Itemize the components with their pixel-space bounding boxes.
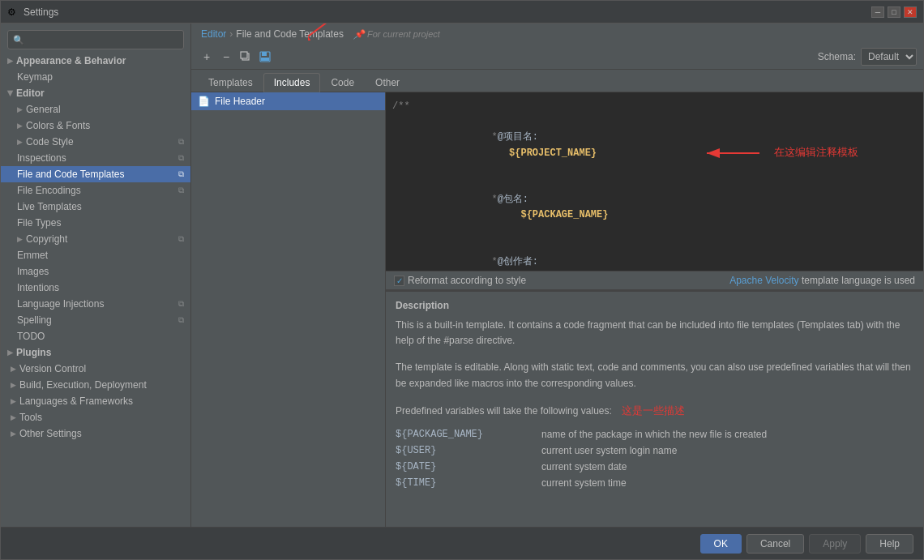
sidebar-item-general[interactable]: ▶ General <box>1 101 190 118</box>
template-lang-text: template language is used <box>802 275 915 286</box>
copy-icon-code-style: ⧉ <box>178 137 184 147</box>
sidebar-label-copyright: Copyright <box>26 233 67 245</box>
description-para3: Predefined variables will take the follo… <box>396 403 913 420</box>
description-title: Description <box>396 300 913 311</box>
sidebar-item-colors-fonts[interactable]: ▶ Colors & Fonts <box>1 118 190 134</box>
sidebar-item-other-settings[interactable]: ▶ Other Settings <box>1 425 190 442</box>
sidebar-item-inspections[interactable]: Inspections ⧉ <box>1 150 190 166</box>
window-title: Settings <box>24 6 871 18</box>
maximize-button[interactable]: □ <box>888 6 900 18</box>
vc-arrow: ▶ <box>11 365 16 373</box>
sidebar-item-code-style[interactable]: ▶ Code Style ⧉ <box>1 134 190 150</box>
tab-includes[interactable]: Includes <box>263 73 321 92</box>
sidebar-item-build[interactable]: ▶ Build, Execution, Deployment <box>1 377 190 393</box>
svg-rect-1 <box>241 52 247 58</box>
search-box[interactable]: 🔍 <box>7 30 184 49</box>
sidebar-item-file-templates[interactable]: File and Code Templates ⧉ <box>1 166 190 182</box>
split-pane: 📄 File Header /** *@项目名: ${PROJEC <box>191 92 923 527</box>
svg-rect-3 <box>262 52 267 56</box>
sidebar-item-plugins[interactable]: ▶ Plugins <box>1 344 190 361</box>
breadcrumb: Editor › File and Code Templates 📌 For c… <box>191 24 923 45</box>
breadcrumb-parent[interactable]: Editor <box>201 28 226 40</box>
sidebar-item-languages[interactable]: ▶ Languages & Frameworks <box>1 393 190 409</box>
sidebar-label-vc: Version Control <box>19 363 86 374</box>
sidebar-label-languages: Languages & Frameworks <box>19 395 133 407</box>
code-editor[interactable]: /** *@项目名: ${PROJECT_NAME} *@包名: ${PACKA… <box>386 92 923 271</box>
help-button[interactable]: Help <box>866 534 913 554</box>
velocity-info: Apache Velocity template language is use… <box>729 275 915 286</box>
sidebar-item-emmet[interactable]: Emmet <box>1 247 190 263</box>
reformat-checkbox[interactable] <box>394 276 404 286</box>
var-desc-3: current system time <box>541 475 913 491</box>
breadcrumb-separator: › <box>229 28 233 40</box>
sidebar-label-live-templates: Live Templates <box>17 201 82 212</box>
chinese-annotation-text: 在这编辑注释模板 <box>774 145 858 162</box>
var-name-2: ${DATE} <box>396 459 541 475</box>
sidebar-label-other: Other Settings <box>19 428 82 439</box>
sidebar-item-version-control[interactable]: ▶ Version Control <box>1 361 190 377</box>
sidebar-item-tools[interactable]: ▶ Tools <box>1 409 190 425</box>
add-button[interactable]: + <box>198 48 216 66</box>
sidebar-label-code-style: Code Style <box>26 136 74 147</box>
sidebar-item-keymap[interactable]: Keymap <box>1 69 190 85</box>
code-line-1: /** <box>392 99 917 114</box>
copy-template-button[interactable] <box>237 48 255 66</box>
sidebar-label-inspections: Inspections <box>17 152 66 164</box>
tab-other[interactable]: Other <box>365 73 410 92</box>
file-icon: 📄 <box>198 96 210 107</box>
plugins-arrow: ▶ <box>7 348 13 357</box>
reformat-checkbox-wrap[interactable]: Reformat according to style <box>394 275 526 286</box>
tab-code[interactable]: Code <box>320 73 365 92</box>
sidebar-label-spelling: Spelling <box>17 314 52 326</box>
sidebar-label-appearance: Appearance & Behavior <box>16 55 126 66</box>
apply-button[interactable]: Apply <box>809 534 861 554</box>
collapse-icon: ▶ <box>7 57 13 65</box>
sidebar-item-copyright[interactable]: ▶ Copyright ⧉ <box>1 231 190 247</box>
var-name-1: ${USER} <box>396 442 541 459</box>
sidebar-item-todo[interactable]: TODO <box>1 328 190 344</box>
sidebar-item-live-templates[interactable]: Live Templates <box>1 199 190 215</box>
table-row: ${DATE} current system date <box>396 459 913 475</box>
sidebar-item-file-types[interactable]: File Types <box>1 215 190 231</box>
template-item-file-header[interactable]: 📄 File Header <box>191 92 385 110</box>
var-desc-1: current user system login name <box>541 442 913 459</box>
sidebar-label-tools: Tools <box>19 412 42 423</box>
template-list: 📄 File Header <box>191 92 386 527</box>
sidebar-label-build: Build, Execution, Deployment <box>19 379 147 391</box>
tab-templates[interactable]: Templates <box>198 73 263 92</box>
table-row: ${TIME} current system time <box>396 475 913 491</box>
var-name-3: ${TIME} <box>396 475 541 491</box>
sidebar-label-lang-inject: Language Injections <box>17 298 104 310</box>
close-button[interactable]: ✕ <box>904 6 917 18</box>
minimize-button[interactable]: ─ <box>871 6 884 18</box>
save-icon <box>259 51 271 62</box>
sidebar-item-lang-injections[interactable]: Language Injections ⧉ <box>1 296 190 312</box>
remove-button[interactable]: − <box>217 48 235 66</box>
reformat-bar: Reformat according to style Apache Veloc… <box>386 271 923 290</box>
file-templates-toolbar: + − <box>191 45 923 70</box>
ok-button[interactable]: OK <box>700 534 742 554</box>
sidebar-label-general: General <box>26 104 61 115</box>
sidebar-item-spelling[interactable]: Spelling ⧉ <box>1 312 190 328</box>
schema-select[interactable]: Default <box>861 48 917 66</box>
sidebar-item-file-encodings[interactable]: File Encodings ⧉ <box>1 182 190 199</box>
settings-window: ⚙ Settings ─ □ ✕ 🔍 ▶ Appearance & Behavi… <box>0 0 924 560</box>
tabs-area: Templates Includes Code Other <box>191 70 923 92</box>
main-area: 🔍 ▶ Appearance & Behavior Keymap ▶ Edito… <box>1 24 923 527</box>
sidebar-item-intentions[interactable]: Intentions <box>1 280 190 296</box>
bottom-bar: OK Cancel Apply Help <box>1 527 923 559</box>
sidebar-label-editor: Editor <box>16 88 45 99</box>
description-para2: The template is editable. Along with sta… <box>396 360 913 391</box>
sidebar-item-appearance[interactable]: ▶ Appearance & Behavior <box>1 53 190 69</box>
sidebar-item-images[interactable]: Images <box>1 263 190 280</box>
sidebar-item-editor[interactable]: ▶ Editor <box>1 85 190 101</box>
copy-icon-file-templates: ⧉ <box>178 169 184 179</box>
save-button[interactable] <box>256 48 274 66</box>
search-input[interactable] <box>28 34 178 45</box>
velocity-link[interactable]: Apache Velocity <box>729 275 798 286</box>
cancel-button[interactable]: Cancel <box>746 534 804 554</box>
copy-icon-file-enc: ⧉ <box>178 186 184 195</box>
table-row: ${USER} current user system login name <box>396 442 913 459</box>
code-line-4: *@创作者: <box>392 239 917 271</box>
var-name-0: ${PACKAGE_NAME} <box>396 426 541 442</box>
